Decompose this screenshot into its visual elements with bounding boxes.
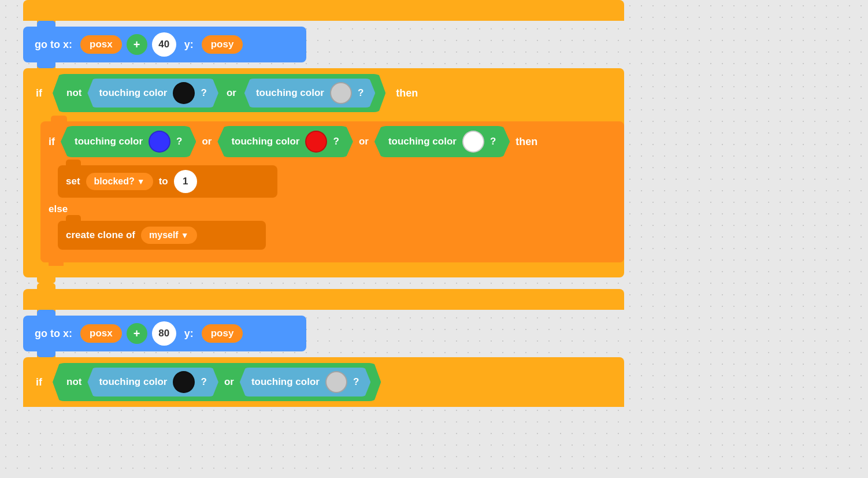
then-label-outer: then [392, 87, 421, 99]
goto-block-2: go to x: posx + 80 y: posy [23, 316, 306, 351]
outer-if-footer [23, 266, 624, 277]
q1: ? [201, 87, 206, 99]
bottom-orange-bar [23, 289, 624, 310]
or-label-1: or [227, 87, 236, 99]
goto-block-1: go to x: posx + 40 y: posy [23, 27, 306, 62]
bottom-not-condition: not touching color ? or touching color ? [53, 363, 381, 401]
touch-blue-label: touching color [75, 136, 143, 147]
touch-white-label: touching color [388, 136, 457, 147]
inner-if-label: if [49, 136, 55, 148]
myself-dropdown-arrow: ▼ [181, 231, 189, 240]
y-label-2: y: [181, 328, 197, 340]
color-dot-white[interactable] [462, 131, 484, 153]
or-inner-2: or [359, 136, 369, 147]
outer-if-header: if not touching color ? or touching colo… [23, 68, 624, 118]
touch-white-condition: touching color ? [374, 126, 510, 157]
touching-color-1-inner: touching color ? [87, 79, 218, 108]
bottom-if-header: if not touching color ? or touching colo… [23, 357, 624, 407]
q-white: ? [490, 136, 496, 147]
create-clone-label: create clone of [66, 229, 135, 241]
touching-label-2: touching color [256, 87, 324, 99]
outer-if-label: if [32, 87, 46, 99]
set-blocked-block: set blocked? ▼ to 1 [58, 165, 277, 198]
posx-var-2[interactable]: posx [80, 324, 122, 343]
bottom-if-partial: if not touching color ? or touching colo… [23, 357, 624, 407]
bottom-not-label: not [66, 376, 81, 388]
not-label: not [66, 87, 81, 99]
touching-label-1: touching color [99, 87, 167, 99]
to-label: to [159, 176, 168, 187]
posy-var-1[interactable]: posy [202, 35, 243, 54]
inner-if-body-wrap: set blocked? ▼ to 1 [40, 162, 624, 201]
color-dot-black[interactable] [173, 82, 195, 104]
val-40[interactable]: 40 [152, 32, 176, 57]
touching-color-2-inner: touching color ? [244, 79, 375, 108]
bottom-touch-1-label: touching color [99, 376, 167, 388]
inner-if-header: if touching color ? or touching color [40, 121, 624, 162]
color-dot-red[interactable] [305, 131, 327, 153]
bottom-touching-2: touching color ? [240, 368, 370, 397]
create-clone-block: create clone of myself ▼ [58, 221, 266, 250]
touch-red-label: touching color [231, 136, 299, 147]
bottom-or-1: or [224, 376, 234, 388]
inner-if-body-content: set blocked? ▼ to 1 [58, 162, 277, 201]
inner-else-body-content: create clone of myself ▼ [58, 217, 266, 253]
bottom-touching-1: touching color ? [87, 368, 218, 397]
val-80[interactable]: 80 [152, 321, 176, 346]
blocked-var[interactable]: blocked? ▼ [86, 173, 153, 190]
plus-op-1: + [127, 34, 147, 55]
bottom-if-label: if [32, 376, 46, 388]
else-label-wrap: else [40, 201, 624, 217]
posy-var-2[interactable]: posy [202, 324, 243, 343]
touch-red-condition: touching color ? [217, 126, 353, 157]
inner-if-footer [40, 253, 624, 262]
color-dot-blue[interactable] [149, 131, 170, 153]
q2: ? [358, 87, 363, 99]
bottom-color-dot-black[interactable] [173, 371, 195, 393]
bottom-color-dot-gray[interactable] [325, 371, 347, 393]
not-condition: not touching color ? or touching color ? [53, 74, 385, 112]
touch-blue-condition: touching color ? [61, 126, 196, 157]
goto-label-2: go to x: [31, 328, 76, 340]
outer-if-body: if touching color ? or touching color [23, 118, 624, 266]
inner-else-body-wrap: create clone of myself ▼ [40, 217, 624, 253]
blocked-dropdown-arrow: ▼ [137, 177, 145, 186]
myself-var[interactable]: myself ▼ [141, 227, 197, 244]
q-red: ? [333, 136, 339, 147]
val-1[interactable]: 1 [174, 170, 197, 193]
or-inner-1: or [202, 136, 212, 147]
bottom-touch-2-label: touching color [251, 376, 320, 388]
color-dot-lightgray[interactable] [330, 82, 352, 104]
outer-if-block: if not touching color ? or touching colo… [23, 68, 624, 277]
inner-if-block: if touching color ? or touching color [40, 121, 624, 262]
y-label-1: y: [181, 39, 197, 51]
q-blue: ? [176, 136, 182, 147]
posx-var-1[interactable]: posx [80, 35, 122, 54]
set-label: set [66, 176, 80, 187]
plus-op-2: + [127, 323, 147, 344]
else-label: else [49, 203, 68, 214]
then-inner: then [515, 136, 537, 148]
goto-label-1: go to x: [31, 39, 76, 51]
